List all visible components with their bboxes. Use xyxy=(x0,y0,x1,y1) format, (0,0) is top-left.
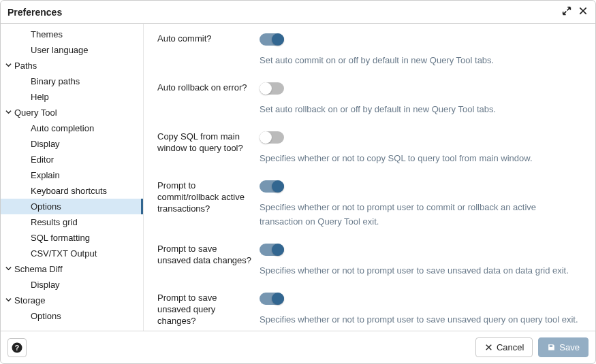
setting-label: Prompt to commit/rollback active transac… xyxy=(157,180,260,215)
tree-item-label: Explain xyxy=(31,170,60,180)
setting-control: Specifies whether or not to copy SQL to … xyxy=(260,131,582,165)
setting-label: Auto rollback on error? xyxy=(157,82,260,94)
dialog-header: Preferences xyxy=(1,1,595,24)
tree-item-label: Options xyxy=(31,311,61,321)
toggle-knob xyxy=(260,131,272,144)
toggle-knob xyxy=(272,33,284,46)
dialog-body: ThemesUser languagePathsBinary pathsHelp… xyxy=(1,24,595,331)
tree-item-label: Paths xyxy=(14,61,37,71)
chevron-down-icon[interactable] xyxy=(3,109,13,116)
tree-item-label: Storage xyxy=(14,295,46,305)
tree-item[interactable]: Keyboard shortcuts xyxy=(1,183,143,199)
cancel-label: Cancel xyxy=(497,342,524,352)
setting-row: Auto commit?Set auto commit on or off by… xyxy=(157,33,582,67)
setting-control: Set auto rollback on or off by default i… xyxy=(260,82,582,116)
setting-description: Specifies whether or not to copy SQL to … xyxy=(260,152,582,165)
cancel-button[interactable]: Cancel xyxy=(475,337,533,357)
setting-row: Prompt to save unsaved query changes?Spe… xyxy=(157,293,582,327)
tree-item[interactable]: Themes xyxy=(1,27,143,42)
tree-item-label: Auto completion xyxy=(31,123,94,133)
tree-item-label: SQL formatting xyxy=(31,233,90,243)
setting-description: Specifies whether or not to prompt user … xyxy=(260,313,582,327)
tree-item[interactable]: Explain xyxy=(1,167,143,183)
toggle-knob xyxy=(272,180,284,193)
toggle-knob xyxy=(272,244,284,256)
toggle-knob xyxy=(260,82,272,95)
setting-control: Specifies whether or not to prompt user … xyxy=(260,244,582,278)
preferences-tree[interactable]: ThemesUser languagePathsBinary pathsHelp… xyxy=(1,24,144,331)
tree-item[interactable]: Display xyxy=(1,277,143,293)
toggle-switch[interactable] xyxy=(260,244,284,256)
tree-item[interactable]: Results grid xyxy=(1,214,143,230)
setting-label: Prompt to save unsaved query changes? xyxy=(157,293,260,327)
preferences-panel[interactable]: Auto commit?Set auto commit on or off by… xyxy=(144,24,595,331)
setting-description: Specifies whether or not to prompt user … xyxy=(260,201,582,228)
tree-item[interactable]: Binary paths xyxy=(1,73,143,89)
setting-row: Auto rollback on error?Set auto rollback… xyxy=(157,82,582,116)
tree-item[interactable]: Display xyxy=(1,136,143,152)
setting-description: Set auto commit on or off by default in … xyxy=(260,54,582,67)
tree-item-label: Results grid xyxy=(31,217,78,227)
tree-item-label: Display xyxy=(31,280,60,290)
setting-control: Specifies whether or not to prompt user … xyxy=(260,293,582,327)
tree-item-label: Themes xyxy=(31,29,63,39)
tree-item[interactable]: Editor xyxy=(1,152,143,167)
tree-item-label: Editor xyxy=(31,154,54,165)
tree-item-label: Schema Diff xyxy=(14,264,63,274)
tree-item[interactable]: CSV/TXT Output xyxy=(1,246,143,261)
setting-description: Specifies whether or not to prompt user … xyxy=(260,264,582,278)
tree-item-label: User language xyxy=(31,45,89,55)
tree-item[interactable]: Auto completion xyxy=(1,120,143,136)
tree-item-label: Display xyxy=(31,139,60,149)
tree-item[interactable]: Options xyxy=(1,308,143,324)
toggle-switch[interactable] xyxy=(260,82,284,95)
header-actions xyxy=(561,5,589,19)
tree-item-label: Options xyxy=(31,201,61,212)
tree-item-label: CSV/TXT Output xyxy=(31,248,97,259)
setting-description: Set auto rollback on or off by default i… xyxy=(260,103,582,116)
tree-item-label: Help xyxy=(31,92,49,102)
svg-text:?: ? xyxy=(15,343,19,351)
expand-icon[interactable] xyxy=(561,5,572,19)
setting-row: Prompt to commit/rollback active transac… xyxy=(157,180,582,228)
tree-item-label: Query Tool xyxy=(14,107,57,118)
chevron-down-icon[interactable] xyxy=(3,62,13,69)
tree-item[interactable]: Help xyxy=(1,89,143,105)
setting-label: Prompt to save unsaved data changes? xyxy=(157,244,260,267)
setting-label: Copy SQL from main window to query tool? xyxy=(157,131,260,154)
tree-item[interactable]: Query Tool xyxy=(1,105,143,120)
tree-item[interactable]: Options xyxy=(1,199,143,214)
tree-item-label: Keyboard shortcuts xyxy=(31,186,107,196)
setting-row: Prompt to save unsaved data changes?Spec… xyxy=(157,244,582,278)
help-button[interactable]: ? xyxy=(7,338,27,357)
footer-buttons: Cancel Save xyxy=(475,337,589,357)
tree-item[interactable]: User language xyxy=(1,42,143,58)
tree-item[interactable]: Schema Diff xyxy=(1,261,143,277)
toggle-switch[interactable] xyxy=(260,131,284,144)
dialog-title: Preferences xyxy=(7,7,62,18)
save-button[interactable]: Save xyxy=(538,337,589,357)
dialog-footer: ? Cancel Save xyxy=(1,331,595,363)
tree-item[interactable]: Paths xyxy=(1,58,143,73)
toggle-knob xyxy=(272,293,284,305)
toggle-switch[interactable] xyxy=(260,293,284,305)
setting-control: Specifies whether or not to prompt user … xyxy=(260,180,582,228)
chevron-down-icon[interactable] xyxy=(3,297,13,304)
chevron-down-icon[interactable] xyxy=(3,265,13,273)
save-label: Save xyxy=(559,342,580,352)
toggle-switch[interactable] xyxy=(260,180,284,193)
setting-control: Set auto commit on or off by default in … xyxy=(260,33,582,67)
setting-label: Auto commit? xyxy=(157,33,260,45)
tree-item-label: Binary paths xyxy=(31,76,80,86)
tree-item[interactable]: Storage xyxy=(1,293,143,308)
setting-row: Copy SQL from main window to query tool?… xyxy=(157,131,582,165)
close-icon[interactable] xyxy=(578,5,589,19)
toggle-switch[interactable] xyxy=(260,33,284,46)
tree-item[interactable]: SQL formatting xyxy=(1,230,143,246)
